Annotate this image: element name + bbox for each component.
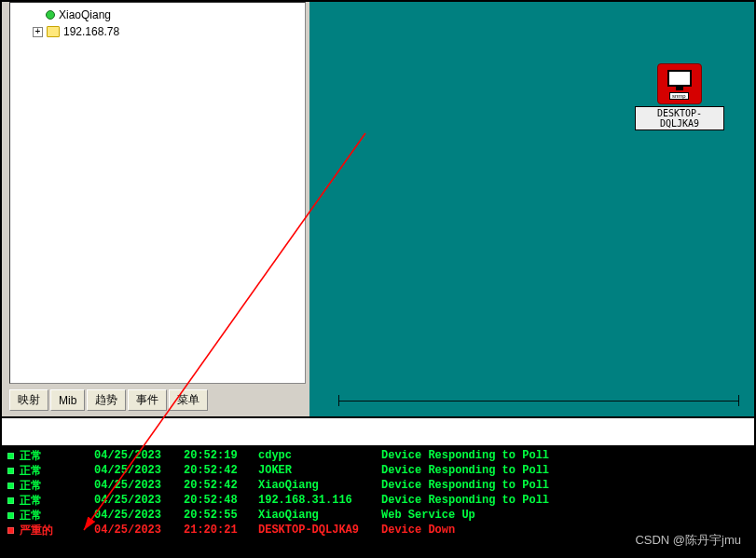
col-msg: Device Down xyxy=(381,524,754,537)
pane-divider xyxy=(2,418,754,442)
log-line[interactable]: 正常 04/25/2023 20:52:55 XiaoQiang Web Ser… xyxy=(7,508,754,523)
col-msg: Device Responding to Poll xyxy=(381,449,754,462)
col-date: 04/25/2023 xyxy=(94,494,184,507)
col-date: 04/25/2023 xyxy=(94,464,184,477)
tab-menu[interactable]: 菜单 xyxy=(169,389,208,411)
col-severity: 正常 xyxy=(20,508,94,524)
severity-icon xyxy=(7,527,14,534)
ruler-icon xyxy=(338,401,739,401)
col-time: 20:52:42 xyxy=(184,479,258,492)
col-msg: Device Responding to Poll xyxy=(381,464,754,477)
tab-map[interactable]: 映射 xyxy=(9,389,48,411)
snmp-tag: snmp xyxy=(669,92,689,100)
tab-trend[interactable]: 趋势 xyxy=(87,389,126,411)
severity-icon xyxy=(7,497,14,504)
device-icon xyxy=(46,10,55,20)
col-severity: 正常 xyxy=(20,493,94,509)
col-date: 04/25/2023 xyxy=(94,524,184,537)
col-severity: 正常 xyxy=(20,448,94,464)
computer-icon: snmp xyxy=(657,63,702,104)
severity-icon xyxy=(7,483,14,489)
log-line[interactable]: 正常 04/25/2023 20:52:48 192.168.31.116 De… xyxy=(7,493,754,508)
col-msg: Device Responding to Poll xyxy=(381,479,754,492)
col-severity: 正常 xyxy=(20,478,94,494)
folder-icon xyxy=(47,26,60,37)
tree-item-xiaoqiang[interactable]: XiaoQiang xyxy=(16,7,299,23)
log-line[interactable]: 正常 04/25/2023 20:52:42 JOKER Device Resp… xyxy=(7,463,754,478)
log-body: 正常 04/25/2023 20:52:19 cdypc Device Resp… xyxy=(2,448,754,538)
log-line[interactable]: 正常 04/25/2023 20:52:42 XiaoQiang Device … xyxy=(7,478,754,493)
expand-icon[interactable]: + xyxy=(33,27,43,37)
col-host: JOKER xyxy=(258,464,381,477)
tree-label: XiaoQiang xyxy=(59,8,111,21)
map-node-label: DESKTOP-DQLJKA9 xyxy=(635,106,724,130)
col-host: DESKTOP-DQLJKA9 xyxy=(258,524,381,537)
col-time: 20:52:19 xyxy=(184,449,258,462)
col-time: 20:52:48 xyxy=(184,494,258,507)
app-root: XiaoQiang + 192.168.78 映射 Mib 趋势 事件 菜单 xyxy=(0,0,756,558)
col-severity: 严重的 xyxy=(20,523,94,538)
col-host: 192.168.31.116 xyxy=(258,494,381,507)
col-date: 04/25/2023 xyxy=(94,479,184,492)
map-canvas[interactable]: snmp DESKTOP-DQLJKA9 xyxy=(309,2,754,416)
col-date: 04/25/2023 xyxy=(94,449,184,462)
col-time: 20:52:42 xyxy=(184,464,258,477)
col-date: 04/25/2023 xyxy=(94,509,184,522)
severity-icon xyxy=(7,512,14,519)
severity-icon xyxy=(7,468,14,474)
severity-icon xyxy=(7,453,14,459)
col-severity: 正常 xyxy=(20,463,94,479)
log-line[interactable]: 严重的 04/25/2023 21:20:21 DESKTOP-DQLJKA9 … xyxy=(7,523,754,538)
col-msg: Web Service Up xyxy=(381,509,754,522)
tree-view[interactable]: XiaoQiang + 192.168.78 xyxy=(9,2,306,384)
col-time: 20:52:55 xyxy=(184,509,258,522)
upper-pane: XiaoQiang + 192.168.78 映射 Mib 趋势 事件 菜单 xyxy=(2,2,754,418)
log-line[interactable]: 正常 04/25/2023 20:52:19 cdypc Device Resp… xyxy=(7,448,754,463)
col-host: XiaoQiang xyxy=(258,509,381,522)
tree-label: 192.168.78 xyxy=(63,25,119,38)
tab-mib[interactable]: Mib xyxy=(50,389,85,411)
tab-bar: 映射 Mib 趋势 事件 菜单 xyxy=(2,388,309,416)
map-node-desktop[interactable]: snmp DESKTOP-DQLJKA9 xyxy=(635,63,724,130)
col-host: cdypc xyxy=(258,449,381,462)
event-log[interactable]: 正常 04/25/2023 20:52:19 cdypc Device Resp… xyxy=(2,442,754,556)
tab-event[interactable]: 事件 xyxy=(128,389,167,411)
col-msg: Device Responding to Poll xyxy=(381,494,754,507)
tree-item-folder[interactable]: + 192.168.78 xyxy=(16,23,299,40)
col-time: 21:20:21 xyxy=(184,524,258,537)
tree-panel: XiaoQiang + 192.168.78 映射 Mib 趋势 事件 菜单 xyxy=(2,2,309,416)
col-host: XiaoQiang xyxy=(258,479,381,492)
